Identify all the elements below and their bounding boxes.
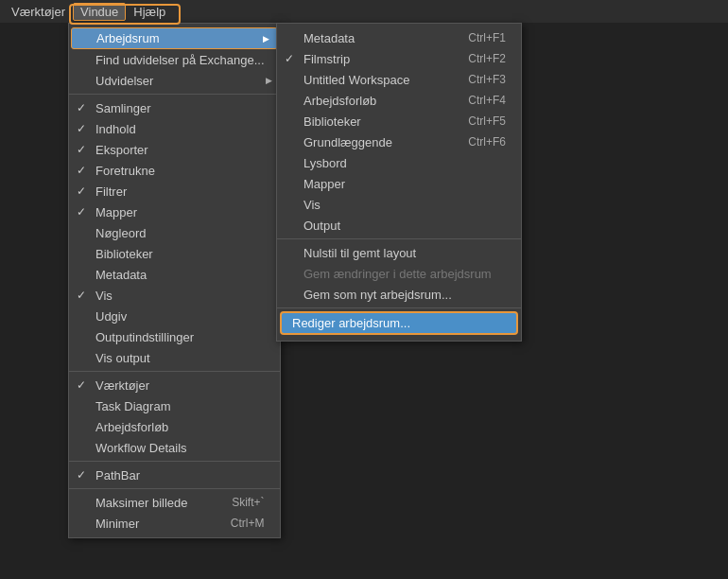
primary-menu: Arbejdsrum Find udvidelser på Exchange..… — [68, 23, 281, 538]
menu-item-sec-gem-som-nyt-label: Gem som nyt arbejdsrum... — [303, 288, 452, 302]
separator-2 — [69, 371, 280, 372]
check-vaerktojer: ✓ — [77, 378, 86, 392]
check-samlinger: ✓ — [77, 101, 86, 114]
menu-item-sec-gem-som-nyt[interactable]: Gem som nyt arbejdsrum... — [277, 284, 521, 305]
menu-item-sec-nulstil[interactable]: Nulstil til gemt layout — [277, 242, 521, 263]
menu-item-eksporter[interactable]: ✓ Eksporter — [69, 139, 280, 160]
secondary-menu: Metadata Ctrl+F1 ✓ Filmstrip Ctrl+F2 Unt… — [276, 23, 522, 342]
shortcut-sec-arbejdsforloeb: Ctrl+F4 — [445, 94, 506, 107]
menu-item-metadata[interactable]: Metadata — [69, 264, 280, 285]
menu-item-arbejdsforloeb-label: Arbejdsforløb — [95, 420, 168, 434]
check-indhold: ✓ — [77, 122, 86, 135]
shortcut-maksimer: Skift+` — [209, 496, 264, 509]
menu-item-udvidelser-label: Udvidelser — [95, 74, 153, 88]
menu-item-sec-mapper-label: Mapper — [303, 177, 345, 191]
shortcut-sec-metadata: Ctrl+F1 — [445, 31, 506, 44]
menu-item-sec-grundlaeggende-label: Grundlæggende — [303, 135, 392, 149]
menu-item-pathbar-label: PathBar — [95, 468, 140, 482]
menu-item-workflow-details-label: Workflow Details — [95, 441, 187, 455]
menu-item-sec-untitled-workspace-label: Untitled Workspace — [303, 73, 409, 87]
menu-item-nogleord-label: Nøgleord — [95, 226, 146, 240]
menu-item-sec-output-label: Output — [303, 219, 340, 233]
shortcut-sec-biblioteker: Ctrl+F5 — [445, 114, 506, 128]
menu-item-sec-biblioteker[interactable]: Biblioteker Ctrl+F5 — [277, 111, 521, 132]
menu-item-mapper-label: Mapper — [95, 205, 137, 219]
shortcut-minimer: Ctrl+M — [208, 517, 265, 530]
check-eksporter: ✓ — [77, 143, 86, 156]
menu-hjaelp[interactable]: Hjælp — [126, 3, 173, 21]
menu-item-sec-metadata[interactable]: Metadata Ctrl+F1 — [277, 27, 521, 48]
menu-item-vis-label: Vis — [95, 289, 113, 303]
menu-item-task-diagram-label: Task Diagram — [95, 399, 170, 413]
menu-item-vis[interactable]: ✓ Vis — [69, 285, 280, 306]
menu-item-sec-output[interactable]: Output — [277, 215, 521, 236]
menu-item-pathbar[interactable]: ✓ PathBar — [69, 465, 280, 485]
menu-item-sec-mapper[interactable]: Mapper — [277, 173, 521, 194]
menu-item-outputindstillinger-label: Outputindstillinger — [95, 330, 194, 344]
menu-item-sec-rediger-arbejdsrum-label: Rediger arbejdsrum... — [292, 316, 410, 330]
menu-item-arbejdsrum-label: Arbejdsrum — [96, 31, 159, 45]
menu-item-eksporter-label: Eksporter — [95, 143, 148, 157]
menu-item-workflow-details[interactable]: Workflow Details — [69, 437, 280, 458]
menu-item-vaerktojer-label: Værktøjer — [95, 378, 149, 393]
menu-item-sec-filmstrip[interactable]: ✓ Filmstrip Ctrl+F2 — [277, 48, 521, 69]
menu-item-vis-output[interactable]: Vis output — [69, 347, 280, 368]
menu-item-sec-metadata-label: Metadata — [303, 31, 355, 45]
menu-item-udgiv[interactable]: Udgiv — [69, 306, 280, 326]
menu-item-sec-gem-aendringer-label: Gem ændringer i dette arbejdsrum — [303, 267, 492, 281]
menu-item-sec-biblioteker-label: Biblioteker — [303, 114, 361, 129]
menu-item-filtrer-label: Filtrer — [95, 184, 127, 199]
menu-item-vaerktojer[interactable]: ✓ Værktøjer — [69, 375, 280, 395]
menu-bar: Værktøjer Vindue Hjælp — [0, 0, 728, 23]
menu-item-maksimer-billede-label: Maksimer billede — [95, 496, 188, 510]
menu-item-maksimer-billede[interactable]: Maksimer billede Skift+` — [69, 492, 280, 513]
separator-4 — [69, 488, 280, 489]
check-filmstrip: ✓ — [285, 52, 294, 65]
menu-vindue[interactable]: Vindue — [73, 3, 126, 21]
menu-item-sec-vis-label: Vis — [303, 198, 321, 212]
menu-item-indhold-label: Indhold — [95, 122, 136, 136]
menu-item-foretrukne-label: Foretrukne — [95, 164, 155, 178]
menu-item-biblioteker[interactable]: Biblioteker — [69, 243, 280, 264]
menu-item-sec-untitled-workspace[interactable]: Untitled Workspace Ctrl+F3 — [277, 69, 521, 90]
menu-item-arbejdsrum[interactable]: Arbejdsrum — [71, 27, 278, 49]
menu-vaerktojer[interactable]: Værktøjer — [4, 3, 73, 21]
check-foretrukne: ✓ — [77, 164, 86, 177]
check-vis: ✓ — [77, 289, 86, 302]
menu-item-outputindstillinger[interactable]: Outputindstillinger — [69, 326, 280, 347]
menu-item-sec-rediger-arbejdsrum[interactable]: Rediger arbejdsrum... — [280, 311, 518, 335]
check-mapper: ✓ — [77, 205, 86, 219]
shortcut-sec-grundlaeggende: Ctrl+F6 — [445, 135, 506, 149]
check-filtrer: ✓ — [77, 184, 86, 198]
menu-item-find-udvidelser[interactable]: Find udvidelser på Exchange... — [69, 49, 280, 70]
menu-item-udvidelser[interactable]: Udvidelser — [69, 70, 280, 91]
menu-item-filtrer[interactable]: ✓ Filtrer — [69, 181, 280, 202]
sec-separator-2 — [277, 307, 521, 308]
menu-item-biblioteker-label: Biblioteker — [95, 247, 153, 261]
menu-item-samlinger[interactable]: ✓ Samlinger — [69, 97, 280, 118]
separator-1 — [69, 94, 280, 95]
menu-item-task-diagram[interactable]: Task Diagram — [69, 395, 280, 416]
menu-item-sec-nulstil-label: Nulstil til gemt layout — [303, 246, 416, 260]
shortcut-sec-filmstrip: Ctrl+F2 — [445, 52, 506, 65]
shortcut-sec-untitled-workspace: Ctrl+F3 — [445, 73, 506, 86]
menu-item-indhold[interactable]: ✓ Indhold — [69, 118, 280, 139]
menu-item-foretrukne[interactable]: ✓ Foretrukne — [69, 160, 280, 181]
menu-item-udgiv-label: Udgiv — [95, 309, 127, 324]
separator-3 — [69, 461, 280, 462]
menu-item-nogleord[interactable]: Nøgleord — [69, 222, 280, 243]
menu-item-arbejdsforloeb[interactable]: Arbejdsforløb — [69, 416, 280, 437]
menu-item-sec-vis[interactable]: Vis — [277, 194, 521, 215]
menu-item-vis-output-label: Vis output — [95, 351, 150, 365]
menu-item-metadata-label: Metadata — [95, 268, 147, 282]
menu-item-sec-grundlaeggende[interactable]: Grundlæggende Ctrl+F6 — [277, 132, 521, 152]
menu-item-sec-gem-aendringer: Gem ændringer i dette arbejdsrum — [277, 263, 521, 284]
menu-item-sec-lysbord[interactable]: Lysbord — [277, 152, 521, 173]
menu-item-minimer[interactable]: Minimer Ctrl+M — [69, 513, 280, 534]
menu-item-find-udvidelser-label: Find udvidelser på Exchange... — [95, 53, 265, 67]
menu-item-sec-arbejdsforloeb[interactable]: Arbejdsforløb Ctrl+F4 — [277, 90, 521, 111]
sec-separator-1 — [277, 238, 521, 239]
menu-item-samlinger-label: Samlinger — [95, 101, 151, 115]
menu-item-mapper[interactable]: ✓ Mapper — [69, 202, 280, 222]
menu-item-sec-filmstrip-label: Filmstrip — [303, 52, 350, 66]
